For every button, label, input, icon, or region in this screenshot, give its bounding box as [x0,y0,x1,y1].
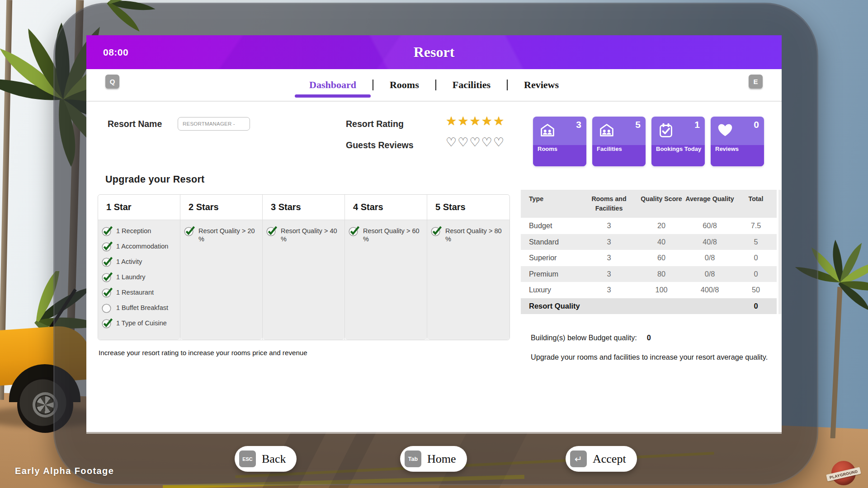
tab-label: Rooms [390,79,419,91]
footer-button-label: Back [262,452,286,466]
requirement-item: 1 Accommodation [101,239,176,254]
home-key-icon: Tab [405,450,421,467]
checked-icon [184,225,195,239]
upgrade-section-title: Upgrade your Resort [105,174,205,185]
star-column-body: Resort Quality > 20 % [180,220,262,340]
stat-card-label: Rooms [538,144,557,165]
checked-icon [266,225,278,239]
quality-table-header-cell: Type [521,190,580,204]
tab-facilities[interactable]: Facilities [436,69,507,101]
resort-name-label: Resort Name [108,119,162,129]
accept-button[interactable]: ↵Accept [566,446,637,472]
quality-table-cell: 50 [735,286,777,294]
hotkey-q-button[interactable]: Q [105,75,119,89]
heart-rating: ♡♡♡♡♡ [446,135,505,150]
tab-rooms[interactable]: Rooms [373,69,435,101]
checked-icon [348,225,360,239]
star-column-header: 1 Star [98,195,180,220]
accept-key-icon: ↵ [570,450,587,467]
below-budget-value: 0 [647,333,651,342]
quality-table-cell: 20 [638,221,684,230]
tab-label: Dashboard [309,79,356,91]
requirement-item: Resort Quality > 60 % [348,224,423,243]
requirement-item: 1 Laundry [101,270,176,285]
panel-header: 08:00 Resort [86,35,782,69]
tab-label: Facilities [453,79,491,91]
checked-icon [101,225,113,239]
quality-table-cell: 5 [735,238,777,246]
heart-outline-icon: ♡ [446,136,458,149]
quality-table-cell: Premium [521,270,580,278]
requirement-item: Resort Quality > 40 % [266,224,341,243]
quality-table-cell: Luxury [521,286,580,294]
resort-rating-label: Resort Rating [346,119,404,129]
requirement-label: 1 Accommodation [116,240,168,250]
requirement-label: 1 Reception [116,225,151,235]
star-column-header: 4 Stars [345,195,427,220]
star-column-body: Resort Quality > 40 % [263,220,344,340]
facilities-icon [597,121,616,140]
upgrade-advice-text: Upgrade your rooms and facilities to inc… [531,350,778,364]
quality-table-cell: Standard [521,238,580,246]
hotkey-e-button[interactable]: E [749,75,763,89]
quality-table-header-cell: Total [735,190,777,204]
requirement-label: 1 Laundry [116,271,146,281]
home-button[interactable]: TabHome [400,446,467,472]
requirement-item: Resort Quality > 80 % [430,224,506,243]
requirement-item: Resort Quality > 20 % [184,224,259,243]
resort-quality-label: Resort Quality [521,302,735,310]
star-rating: ★★★★★ [446,114,505,128]
quality-table-cell: Budget [521,221,580,230]
star-column-3-stars: 3 StarsResort Quality > 40 % [263,195,345,340]
stat-card-rooms[interactable]: 3Rooms [533,117,586,166]
tab-dashboard[interactable]: Dashboard [293,69,373,101]
quality-table-cell: 60/8 [684,221,735,230]
tab-label: Reviews [524,79,559,91]
star-column-body: Resort Quality > 80 % [427,220,509,340]
back-button[interactable]: ESCBack [235,446,297,472]
panel-title: Resort [86,35,782,69]
resort-panel: 08:00 Resort Q E DashboardRoomsFacilitie… [86,35,782,432]
resort-name-input[interactable] [178,117,250,131]
checked-icon [101,317,113,331]
heart-outline-icon: ♡ [469,136,481,149]
stat-card-value: 1 [694,119,700,130]
quality-table-cell: 3 [580,221,638,230]
quality-table: TypeRooms and FacilitiesQuality ScoreAve… [521,190,777,314]
stat-card-facilities[interactable]: 5Facilities [592,117,646,166]
requirement-item: 1 Activity [101,254,176,270]
stat-card-label: Reviews [715,144,739,165]
star-column-header: 3 Stars [263,195,344,220]
requirement-label: Resort Quality > 40 % [281,225,341,243]
bookings-icon [656,121,675,140]
resort-quality-total: 0 [735,302,777,310]
quality-table-cell: 40 [638,238,684,246]
tab-reviews[interactable]: Reviews [508,69,575,101]
quality-table-cell: 0 [735,253,777,262]
quality-table-header: TypeRooms and FacilitiesQuality ScoreAve… [521,190,777,218]
requirement-item: 1 Type of Cuisine [101,316,176,331]
star-column-4-stars: 4 StarsResort Quality > 60 % [345,195,427,340]
requirement-item: 1 Restaurant [101,285,176,300]
early-alpha-watermark: Early Alpha Footage [15,466,114,476]
checked-icon [101,271,113,285]
star-column-header: 2 Stars [180,195,262,220]
stat-card-label: Facilities [597,144,622,165]
quality-table-header-cell: Average Quality [684,190,735,204]
quality-table-cell: Superior [521,253,580,262]
requirement-label: 1 Activity [116,255,142,266]
quality-table-cell: 0 [735,270,777,278]
stat-card-value: 5 [635,119,641,130]
quality-table-cell: 3 [580,238,638,246]
stat-card-value: 3 [576,119,581,130]
quality-table-cell: 100 [638,286,684,294]
stat-card-bookings-today[interactable]: 1Bookings Today [651,117,705,166]
stat-card-reviews[interactable]: 0Reviews [711,117,764,166]
quality-table-cell: 0/8 [684,253,735,262]
quality-table-cell: 3 [580,270,638,278]
quality-table-cell: 400/8 [684,286,735,294]
requirement-item: 1 Reception [101,224,176,239]
active-tab-underline [295,94,371,98]
quality-row-budget: Budget32060/87.5 [521,218,777,234]
reviews-icon [716,121,735,140]
